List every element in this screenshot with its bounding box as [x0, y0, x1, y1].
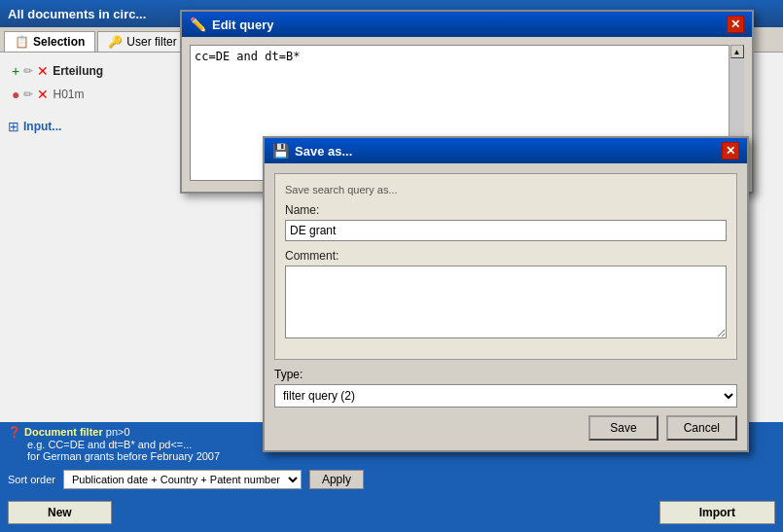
- type-label: Type:: [274, 368, 737, 381]
- tab-userfilter-label: User filter: [126, 35, 176, 49]
- edit-icon-erteilung[interactable]: ✏: [23, 64, 33, 78]
- edit-query-title: Edit query: [212, 18, 274, 32]
- edit-query-close-button[interactable]: ✕: [727, 16, 744, 33]
- saveas-group: Save search query as... Name: Comment:: [274, 173, 737, 360]
- expand-icon[interactable]: ⊞: [8, 119, 19, 134]
- sort-order-label: Sort order: [8, 474, 55, 485]
- filter-label-erteilung: Erteilung: [53, 64, 103, 78]
- scroll-up-arrow[interactable]: ▲: [730, 45, 744, 58]
- delete-icon-h01m[interactable]: ✕: [37, 87, 49, 102]
- saveas-modal: 💾 Save as... ✕ Save search query as... N…: [263, 136, 749, 452]
- ball-icon-h01m[interactable]: ●: [12, 87, 19, 102]
- new-button[interactable]: New: [8, 501, 112, 524]
- saveas-body: Save search query as... Name: Comment: T…: [265, 163, 747, 450]
- comment-textarea[interactable]: [285, 266, 727, 338]
- doc-filter-label: Document filter: [24, 426, 103, 438]
- tab-selection-label: Selection: [33, 35, 85, 49]
- type-select[interactable]: filter query (2) filter query (1) search…: [274, 384, 737, 408]
- help-icon[interactable]: ❓: [8, 426, 21, 438]
- edit-query-titlebar: ✏️ Edit query ✕: [182, 12, 752, 37]
- name-input[interactable]: [285, 220, 727, 241]
- doc-filter-note: for German grants before February 2007: [8, 450, 220, 462]
- delete-icon-erteilung[interactable]: ✕: [37, 63, 49, 79]
- tab-userfilter[interactable]: 🔑 User filter: [97, 31, 187, 52]
- saveas-title: Save as...: [295, 144, 352, 159]
- import-button[interactable]: Import: [659, 501, 775, 524]
- tab-selection-icon: 📋: [15, 35, 29, 49]
- action-bar: New Import: [0, 493, 783, 532]
- tab-userfilter-icon: 🔑: [108, 35, 123, 49]
- edit-icon-h01m[interactable]: ✏: [23, 88, 33, 101]
- saveas-btn-row: Save Cancel: [274, 415, 737, 441]
- sort-bar: Sort order Publication date + Country + …: [0, 466, 783, 493]
- apply-button[interactable]: Apply: [309, 470, 364, 489]
- comment-label: Comment:: [285, 249, 727, 263]
- add-icon-erteilung[interactable]: +: [12, 63, 19, 79]
- saveas-group-title: Save search query as...: [285, 184, 727, 195]
- tab-selection[interactable]: 📋 Selection: [4, 31, 95, 52]
- bg-title: All documents in circ...: [8, 7, 146, 21]
- edit-query-title-icon: ✏️: [190, 17, 206, 32]
- saveas-title-icon: 💾: [272, 143, 289, 159]
- saveas-titlebar: 💾 Save as... ✕: [265, 138, 747, 163]
- cancel-button[interactable]: Cancel: [666, 415, 737, 441]
- filter-label-h01m: H01m: [53, 88, 84, 101]
- type-section: Type: filter query (2) filter query (1) …: [274, 368, 737, 408]
- save-button[interactable]: Save: [588, 415, 658, 441]
- doc-filter-example: e.g. CC=DE and dt=B* and pd<=...: [8, 439, 192, 450]
- name-label: Name:: [285, 203, 727, 217]
- saveas-close-button[interactable]: ✕: [722, 142, 739, 160]
- doc-filter-condition: pn>0: [106, 426, 130, 438]
- sort-order-select[interactable]: Publication date + Country + Patent numb…: [63, 470, 302, 489]
- input-label: Input...: [23, 120, 61, 133]
